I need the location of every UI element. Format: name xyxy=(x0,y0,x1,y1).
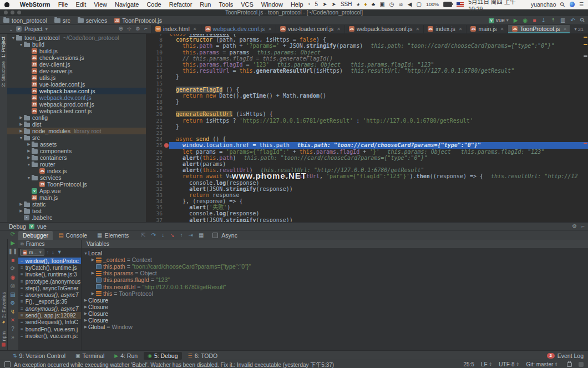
menu-file[interactable]: File xyxy=(54,1,72,8)
input-source-flag-icon[interactable] xyxy=(457,2,464,7)
code-line-16[interactable]: generateFlagId () { xyxy=(169,87,588,93)
menu-window[interactable]: Window xyxy=(257,1,287,8)
pointer-alt-icon[interactable]: ➤ xyxy=(332,2,336,7)
menu-bar-clock[interactable]: 5月11日 周四 上午10:29 xyxy=(468,0,526,12)
screen-mirror-icon[interactable]: ◔ xyxy=(307,2,311,7)
status-message[interactable]: An exception occurred while executing wa… xyxy=(14,360,334,368)
pin-icon[interactable]: ↯ xyxy=(11,309,15,315)
gutter-line-21[interactable]: 21 xyxy=(146,118,169,124)
siri-icon[interactable] xyxy=(570,2,575,7)
gutter-line-23[interactable]: 23 xyxy=(146,130,169,136)
editor-tab-index.html[interactable]: <>index.html✕ xyxy=(151,24,201,33)
breadcrumb-item[interactable]: services xyxy=(78,17,108,24)
gutter-line-25[interactable]: 25 xyxy=(146,142,169,148)
resume-icon[interactable]: ▶ xyxy=(11,240,15,246)
frame-item[interactable]: ≡boundFn(), vue.esm.j xyxy=(18,326,81,332)
code-line-10[interactable]: this.params = paramsthis.params: Object xyxy=(169,49,588,56)
pause-icon[interactable]: ❚❚ xyxy=(8,249,18,254)
variable-row-Closure[interactable]: ▶Closure xyxy=(82,304,588,310)
menu-help[interactable]: Help xyxy=(287,1,307,8)
menu-edit[interactable]: Edit xyxy=(72,1,90,8)
code-line-9[interactable]: this.path = path + '?params=' + JSON.str… xyxy=(169,43,588,49)
code-line-23[interactable] xyxy=(169,130,588,136)
tool-strip-button-2-Favorites[interactable]: ★2: Favorites xyxy=(1,292,7,325)
zoom-window-button[interactable] xyxy=(17,11,21,14)
filter-icon[interactable]: ▼ xyxy=(57,250,62,255)
code-line-13[interactable]: this.resultUrl = this.generateResultUrl(… xyxy=(169,68,588,74)
scroll-to-source-icon[interactable]: ⊹ xyxy=(127,26,131,32)
gutter-line-11[interactable]: 11 xyxy=(146,56,169,62)
gutter-line-18[interactable]: 18 xyxy=(146,99,169,105)
fast-user-switch[interactable]: yuanchao xyxy=(531,1,556,8)
frame-item[interactable]: ≡tryCatch(), runtime.js xyxy=(18,264,81,271)
tool-strip-button-npm[interactable]: npm xyxy=(1,331,7,347)
line-ending-selector[interactable]: LF⇕ xyxy=(481,361,492,367)
chevron-collapsed-icon[interactable]: ▶ xyxy=(90,271,95,275)
view-breakpoints-icon[interactable]: ◉ xyxy=(11,275,16,280)
gutter-line-8[interactable]: 8 xyxy=(146,37,169,43)
tool-window-button-Terminal[interactable]: ▣Terminal xyxy=(72,352,108,360)
chevron-expanded-icon[interactable]: ▼ xyxy=(26,176,32,180)
weather-icon[interactable]: ♣ xyxy=(372,2,376,7)
tree-item-test[interactable]: ▶test xyxy=(7,208,146,214)
moon-icon[interactable]: ◕ xyxy=(357,2,360,7)
editor-tab-index.js[interactable]: JSindex.js✕ xyxy=(424,24,467,33)
tree-item-static[interactable]: ▶static xyxy=(7,201,146,208)
tree-item-node_modules[interactable]: ▶node_moduleslibrary root xyxy=(7,128,146,134)
hide-panel-icon[interactable]: ⌐ xyxy=(581,224,585,229)
breadcrumb-item[interactable]: JSToonProtocol.js xyxy=(114,17,162,24)
editor-tab-ToonProtocol.js[interactable]: JSToonProtocol.js✕ xyxy=(508,24,570,33)
debug-panel-header[interactable]: Debug V vue ⚙⌐ xyxy=(0,223,588,231)
project-view-dropdown-icon[interactable]: ▾ xyxy=(45,27,48,32)
settings-icon[interactable]: ⚙ xyxy=(11,300,16,306)
code-line-34[interactable]: }, (response) => { xyxy=(169,198,588,204)
restart-icon[interactable]: ⟳ xyxy=(11,266,15,271)
tab-close-icon[interactable]: ✕ xyxy=(193,27,197,32)
tree-item-webpack.dev.conf.js[interactable]: JSwebpack.dev.conf.js xyxy=(7,94,146,101)
force-step-into-icon[interactable]: ↘ xyxy=(170,233,174,238)
chevron-expanded-icon[interactable]: ▼ xyxy=(83,251,88,255)
preview-icon[interactable]: ▥ xyxy=(560,18,565,23)
menu-navigate[interactable]: Navigate xyxy=(111,1,143,8)
tool-window-button-5-Debug[interactable]: ◉5: Debug xyxy=(144,352,181,360)
editor-code-area[interactable]: class ToonProtocol { constructor (path, … xyxy=(169,33,588,222)
code-line-27[interactable]: alert(this.path)this.path: "toon://card/… xyxy=(169,155,588,161)
hidden-tabs-dropdown[interactable]: ▾ 31 xyxy=(570,24,588,33)
chevron-expanded-icon[interactable]: ▼ xyxy=(26,163,32,167)
gutter-line-19[interactable]: 19 xyxy=(146,105,169,111)
gutter-line-31[interactable]: 31 xyxy=(146,180,169,186)
tree-item-index.js[interactable]: JSindex.js xyxy=(7,168,146,174)
event-log-button[interactable]: 2 Event Log xyxy=(547,352,584,359)
stripe-mark[interactable] xyxy=(584,56,587,57)
vcs-commit-icon[interactable]: ⇡ xyxy=(551,18,555,23)
frame-up-icon[interactable]: ↑ xyxy=(47,250,49,255)
gutter-line-27[interactable]: 27 xyxy=(146,155,169,161)
close-icon[interactable]: ✕ xyxy=(11,317,15,323)
tree-item-containers[interactable]: ▶containers xyxy=(7,154,146,161)
debug-tab-Console[interactable]: ▤Console xyxy=(54,231,92,240)
ssh-icon[interactable]: SSH xyxy=(341,2,352,7)
frame-item[interactable]: ≡window(), ToonProtoc xyxy=(18,258,81,264)
chevron-collapsed-icon[interactable]: ▶ xyxy=(18,115,24,120)
variable-row-Local[interactable]: ▼Local xyxy=(82,250,588,256)
tab-close-icon[interactable]: ✕ xyxy=(268,27,272,32)
breadcrumb-item[interactable]: toon_protocol xyxy=(3,17,47,24)
variable-row-Closure[interactable]: ▶Closure xyxy=(82,297,588,304)
chevron-collapsed-icon[interactable]: ▶ xyxy=(90,291,95,296)
run-icon[interactable]: ▶ xyxy=(514,18,518,23)
gutter-line-37[interactable]: 37 xyxy=(146,217,169,222)
step-over-icon[interactable]: ↷ xyxy=(151,233,156,238)
chevron-collapsed-icon[interactable]: ▶ xyxy=(83,311,88,316)
variable-row-this.params.flagId[interactable]: this.params.flagId="123" xyxy=(82,276,588,283)
more-icon[interactable]: » xyxy=(11,335,14,340)
tree-item-components[interactable]: ▶components xyxy=(7,148,146,154)
mute-breakpoints-icon[interactable]: ◎ xyxy=(11,283,16,289)
settings-icon[interactable]: ⚙ xyxy=(572,224,577,229)
tree-item-assets[interactable]: ▶assets xyxy=(7,141,146,148)
tree-item-webpack.test.conf.js[interactable]: JSwebpack.test.conf.js xyxy=(7,108,146,114)
code-line-24[interactable]: async send () { xyxy=(169,136,588,142)
step-out-icon[interactable]: ↑ xyxy=(180,233,183,238)
editor-tab-webpack.base.conf.js[interactable]: JSwebpack.base.conf.js✕ xyxy=(345,24,424,33)
frame-item[interactable]: ≡anonymous(), asyncT xyxy=(18,305,81,312)
tree-item-src[interactable]: ▼src xyxy=(7,134,146,141)
